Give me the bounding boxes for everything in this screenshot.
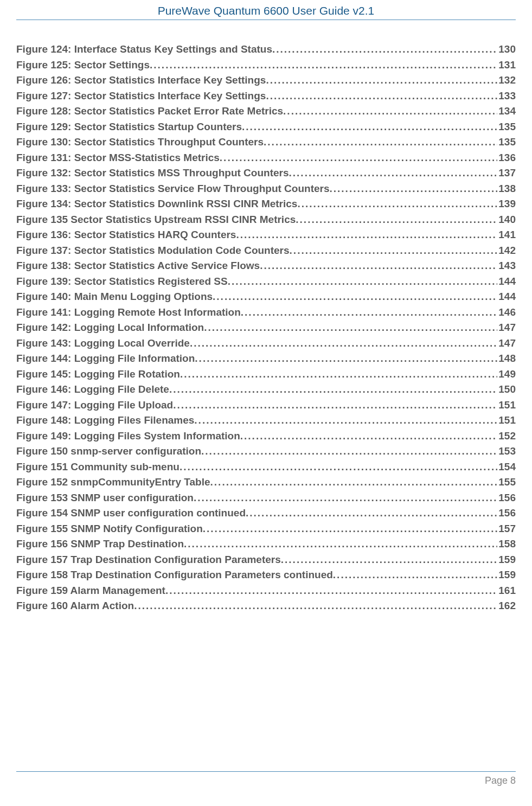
toc-entry-page: 147 [497, 320, 516, 336]
toc-entry-page: 133 [497, 88, 516, 104]
toc-entry[interactable]: Figure 144: Logging File Information148 [16, 351, 516, 367]
toc-entry-label: Figure 154 SNMP user configuration conti… [16, 506, 246, 521]
toc-entry[interactable]: Figure 142: Logging Local Information147 [16, 320, 516, 336]
toc-entry-page: 154 [497, 459, 516, 475]
toc-entry-label: Figure 147: Logging File Upload [16, 398, 173, 413]
toc-entry[interactable]: Figure 152 snmpCommunityEntry Table155 [16, 475, 516, 490]
toc-entry[interactable]: Figure 132: Sector Statistics MSS Throug… [16, 165, 516, 181]
document-header-title: PureWave Quantum 6600 User Guide v2.1 [16, 0, 516, 20]
toc-leader-dots [195, 351, 497, 367]
toc-entry[interactable]: Figure 146: Logging File Delete150 [16, 382, 516, 398]
toc-entry[interactable]: Figure 139: Sector Statistics Registered… [16, 274, 516, 290]
toc-entry[interactable]: Figure 157 Trap Destination Configuratio… [16, 552, 516, 568]
toc-entry[interactable]: Figure 143: Logging Local Override147 [16, 336, 516, 351]
toc-leader-dots [266, 88, 497, 104]
toc-entry-label: Figure 131: Sector MSS-Statistics Metric… [16, 150, 220, 166]
toc-entry-label: Figure 157 Trap Destination Configuratio… [16, 552, 281, 568]
toc-entry-page: 162 [497, 598, 516, 614]
toc-entry[interactable]: Figure 148: Logging Files Filenames151 [16, 413, 516, 428]
toc-entry[interactable]: Figure 158 Trap Destination Configuratio… [16, 567, 516, 583]
toc-entry-label: Figure 144: Logging File Information [16, 351, 195, 367]
toc-entry-page: 139 [497, 196, 516, 212]
toc-entry[interactable]: Figure 149: Logging Files System Informa… [16, 428, 516, 444]
toc-entry-label: Figure 145: Logging File Rotation [16, 367, 180, 382]
toc-entry[interactable]: Figure 124: Interface Status Key Setting… [16, 42, 516, 57]
toc-entry[interactable]: Figure 160 Alarm Action162 [16, 598, 516, 614]
toc-leader-dots [213, 289, 497, 305]
toc-leader-dots [236, 227, 497, 243]
toc-entry-label: Figure 135 Sector Statistics Upstream RS… [16, 212, 296, 228]
toc-entry-page: 140 [497, 212, 516, 228]
toc-entry-page: 161 [497, 583, 516, 599]
toc-entry[interactable]: Figure 131: Sector MSS-Statistics Metric… [16, 150, 516, 166]
toc-leader-dots [266, 73, 497, 88]
toc-entry-label: Figure 128: Sector Statistics Packet Err… [16, 104, 283, 119]
toc-entry-label: Figure 149: Logging Files System Informa… [16, 428, 240, 444]
toc-leader-dots [169, 382, 497, 398]
toc-entry[interactable]: Figure 137: Sector Statistics Modulation… [16, 243, 516, 259]
toc-entry-page: 142 [497, 243, 516, 259]
toc-entry[interactable]: Figure 125: Sector Settings131 [16, 57, 516, 73]
toc-entry-page: 159 [497, 552, 516, 568]
toc-entry-label: Figure 146: Logging File Delete [16, 382, 169, 398]
toc-entry-page: 151 [497, 413, 516, 428]
toc-entry[interactable]: Figure 159 Alarm Management161 [16, 583, 516, 599]
toc-entry-label: Figure 129: Sector Statistics Startup Co… [16, 119, 242, 135]
toc-entry-page: 135 [497, 119, 516, 135]
toc-entry[interactable]: Figure 141: Logging Remote Host Informat… [16, 305, 516, 321]
toc-entry-page: 138 [497, 181, 516, 197]
toc-entry-page: 130 [497, 42, 516, 57]
toc-leader-dots [220, 150, 497, 166]
toc-entry-label: Figure 134: Sector Statistics Downlink R… [16, 196, 297, 212]
toc-entry[interactable]: Figure 128: Sector Statistics Packet Err… [16, 104, 516, 119]
toc-entry[interactable]: Figure 147: Logging File Upload151 [16, 398, 516, 413]
toc-entry[interactable]: Figure 126: Sector Statistics Interface … [16, 73, 516, 88]
toc-entry-page: 147 [497, 336, 516, 351]
toc-leader-dots [203, 521, 498, 537]
toc-entry[interactable]: Figure 135 Sector Statistics Upstream RS… [16, 212, 516, 228]
toc-entry-label: Figure 153 SNMP user configuration [16, 490, 194, 506]
toc-entry-page: 136 [497, 150, 516, 166]
toc-entry-page: 137 [497, 165, 516, 181]
toc-leader-dots [210, 475, 498, 490]
toc-leader-dots [290, 243, 498, 259]
document-page: PureWave Quantum 6600 User Guide v2.1 Fi… [0, 0, 532, 797]
toc-entry-page: 156 [497, 506, 516, 521]
toc-leader-dots [134, 598, 497, 614]
toc-entry[interactable]: Figure 138: Sector Statistics Active Ser… [16, 258, 516, 274]
toc-leader-dots [190, 336, 497, 351]
toc-entry[interactable]: Figure 136: Sector Statistics HARQ Count… [16, 227, 516, 243]
toc-leader-dots [240, 428, 498, 444]
toc-entry-label: Figure 150 snmp-server configuration [16, 444, 201, 459]
toc-entry-label: Figure 152 snmpCommunityEntry Table [16, 475, 210, 490]
toc-leader-dots [194, 413, 497, 428]
toc-entry-label: Figure 136: Sector Statistics HARQ Count… [16, 227, 236, 243]
toc-entry[interactable]: Figure 153 SNMP user configuration156 [16, 490, 516, 506]
toc-entry-label: Figure 130: Sector Statistics Throughput… [16, 135, 264, 150]
toc-entry[interactable]: Figure 154 SNMP user configuration conti… [16, 506, 516, 521]
toc-entry-label: Figure 160 Alarm Action [16, 598, 134, 614]
toc-entry-page: 150 [497, 382, 516, 398]
toc-entry[interactable]: Figure 156 SNMP Trap Destination158 [16, 536, 516, 552]
toc-leader-dots [260, 258, 497, 274]
toc-entry-page: 152 [497, 428, 516, 444]
toc-entry-label: Figure 139: Sector Statistics Registered… [16, 274, 228, 290]
toc-entry[interactable]: Figure 151 Community sub-menu154 [16, 459, 516, 475]
toc-entry-label: Figure 140: Main Menu Logging Options [16, 289, 213, 305]
toc-entry-label: Figure 133: Sector Statistics Service Fl… [16, 181, 330, 197]
toc-entry-label: Figure 143: Logging Local Override [16, 336, 190, 351]
toc-leader-dots [204, 320, 497, 336]
toc-entry-label: Figure 148: Logging Files Filenames [16, 413, 194, 428]
toc-entry[interactable]: Figure 130: Sector Statistics Throughput… [16, 135, 516, 150]
toc-entry[interactable]: Figure 134: Sector Statistics Downlink R… [16, 196, 516, 212]
toc-entry[interactable]: Figure 129: Sector Statistics Startup Co… [16, 119, 516, 135]
toc-entry[interactable]: Figure 145: Logging File Rotation149 [16, 367, 516, 382]
toc-leader-dots [297, 196, 497, 212]
toc-entry[interactable]: Figure 155 SNMP Notify Configuration157 [16, 521, 516, 537]
page-number: Page 8 [485, 775, 516, 786]
toc-entry[interactable]: Figure 150 snmp-server configuration153 [16, 444, 516, 459]
toc-entry[interactable]: Figure 127: Sector Statistics Interface … [16, 88, 516, 104]
toc-entry-page: 144 [497, 274, 516, 290]
toc-entry[interactable]: Figure 133: Sector Statistics Service Fl… [16, 181, 516, 197]
toc-entry[interactable]: Figure 140: Main Menu Logging Options144 [16, 289, 516, 305]
